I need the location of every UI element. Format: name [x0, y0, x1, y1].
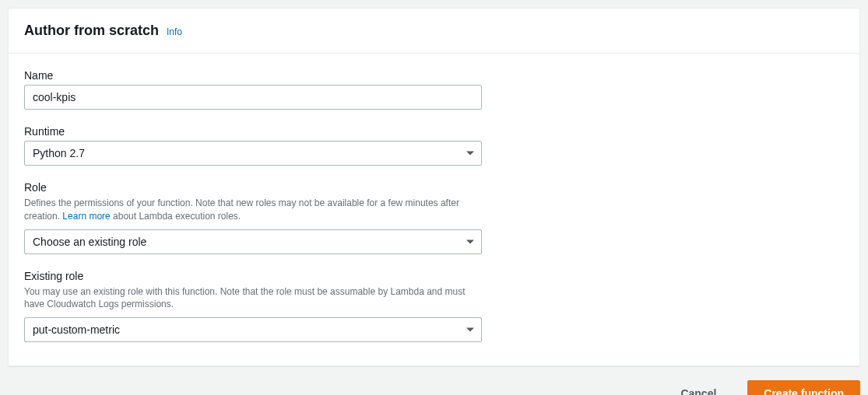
role-description-post: about Lambda execution roles.: [111, 211, 241, 222]
runtime-select[interactable]: Python 2.7: [24, 141, 482, 166]
runtime-select-wrap: Python 2.7: [24, 141, 482, 166]
create-function-button[interactable]: Create function: [747, 380, 860, 395]
existing-role-group: Existing role You may use an existing ro…: [24, 270, 482, 343]
existing-role-select[interactable]: put-custom-metric: [24, 317, 482, 342]
name-label: Name: [24, 69, 482, 82]
existing-role-description: You may use an existing role with this f…: [24, 285, 482, 312]
info-link[interactable]: Info: [167, 26, 182, 37]
existing-role-label: Existing role: [24, 270, 482, 282]
name-input[interactable]: [24, 85, 482, 110]
cancel-button[interactable]: Cancel: [665, 381, 732, 395]
role-select-wrap: Choose an existing role: [24, 229, 482, 254]
footer: Cancel Create function: [8, 366, 860, 395]
panel-title: Author from scratch: [24, 23, 159, 39]
role-description: Defines the permissions of your function…: [24, 197, 482, 223]
role-select[interactable]: Choose an existing role: [24, 229, 482, 254]
existing-role-select-wrap: put-custom-metric: [24, 317, 482, 342]
runtime-label: Runtime: [24, 125, 482, 138]
role-label: Role: [24, 181, 482, 194]
role-group: Role Defines the permissions of your fun…: [24, 181, 482, 254]
runtime-group: Runtime Python 2.7: [24, 125, 482, 166]
panel-header: Author from scratch Info: [9, 9, 859, 54]
panel-body: Name Runtime Python 2.7 Role Defines the…: [9, 54, 859, 365]
learn-more-link[interactable]: Learn more: [62, 211, 110, 222]
author-from-scratch-panel: Author from scratch Info Name Runtime Py…: [8, 8, 860, 366]
name-group: Name: [24, 69, 482, 110]
